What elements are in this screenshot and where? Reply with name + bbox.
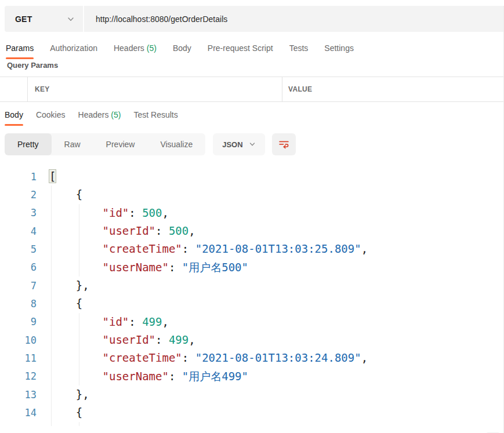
code-line: 8 { bbox=[0, 294, 503, 312]
code-line: 5 "createTime": "2021-08-01T13:03:25.809… bbox=[0, 240, 503, 258]
key-column-header-cell[interactable]: KEY bbox=[28, 77, 282, 101]
method-dropdown[interactable]: GET bbox=[5, 6, 83, 32]
code-line: 15 "id": 498, bbox=[0, 422, 503, 426]
key-column-header: KEY bbox=[35, 85, 50, 93]
code-line: 4 "userId": 500, bbox=[0, 222, 503, 240]
response-toolbar: Pretty Raw Preview Visualize JSON bbox=[5, 133, 503, 155]
line-number: 14 bbox=[0, 407, 37, 419]
code-text: { bbox=[49, 403, 82, 421]
postman-request-panel: GET http://localhost:8080/getOrderDetail… bbox=[0, 6, 504, 433]
tab-settings[interactable]: Settings bbox=[324, 43, 354, 59]
response-tab-test-results[interactable]: Test Results bbox=[133, 110, 177, 126]
tab-params-label: Params bbox=[6, 43, 34, 53]
tab-authorization-label: Authorization bbox=[50, 43, 97, 53]
code-line: 7 }, bbox=[0, 276, 503, 294]
code-text: "userName": "用户名500" bbox=[49, 259, 248, 276]
code-line: 9 "id": 499, bbox=[0, 313, 503, 331]
tab-tests-label: Tests bbox=[289, 43, 309, 53]
code-line: 11 "createTime": "2021-08-01T13:03:24.80… bbox=[0, 349, 503, 367]
line-number: 9 bbox=[0, 316, 37, 328]
tab-settings-label: Settings bbox=[324, 43, 354, 53]
code-line: 6 "userName": "用户名500" bbox=[0, 259, 503, 276]
view-raw-button[interactable]: Raw bbox=[52, 133, 93, 155]
view-visualize-button[interactable]: Visualize bbox=[147, 133, 205, 155]
response-tab-headers-label: Headers bbox=[78, 110, 111, 119]
query-params-title: Query Params bbox=[7, 61, 503, 70]
wrap-lines-button[interactable] bbox=[272, 133, 296, 155]
tab-headers-label: Headers bbox=[114, 43, 147, 53]
code-line: 14 { bbox=[0, 403, 503, 421]
select-all-cell[interactable] bbox=[0, 77, 28, 101]
value-column-header: VALUE bbox=[288, 85, 312, 93]
code-line: 13 }, bbox=[0, 385, 503, 403]
code-text: "userId": 499, bbox=[49, 331, 195, 349]
response-body-editor[interactable]: 1[2 {3 "id": 500,4 "userId": 500,5 "crea… bbox=[0, 163, 503, 426]
response-tab-headers[interactable]: Headers (5) bbox=[78, 110, 121, 126]
code-text: "createTime": "2021-08-01T13:03:24.809", bbox=[49, 349, 368, 367]
line-number: 10 bbox=[0, 334, 37, 346]
response-tab-cookies-label: Cookies bbox=[36, 110, 66, 119]
line-number: 11 bbox=[0, 352, 37, 364]
code-text: { bbox=[49, 185, 82, 203]
request-url-bar: GET http://localhost:8080/getOrderDetail… bbox=[5, 6, 503, 32]
tab-headers[interactable]: Headers (5) bbox=[114, 43, 157, 59]
code-text: "id": 500, bbox=[49, 204, 169, 222]
view-preview-button[interactable]: Preview bbox=[93, 133, 148, 155]
url-input[interactable]: http://localhost:8080/getOrderDetails bbox=[84, 6, 503, 32]
value-column-header-cell[interactable]: VALUE bbox=[282, 77, 503, 101]
tab-body[interactable]: Body bbox=[173, 43, 191, 59]
line-number: 1 bbox=[0, 171, 37, 183]
tab-params[interactable]: Params bbox=[6, 43, 34, 59]
code-line: 1[ bbox=[0, 168, 503, 185]
query-params-table: KEY VALUE bbox=[0, 77, 503, 102]
code-text: { bbox=[49, 294, 82, 312]
code-text: "userName": "用户名499" bbox=[49, 367, 248, 385]
tab-pre-request-script[interactable]: Pre-request Script bbox=[208, 43, 273, 59]
tab-tests[interactable]: Tests bbox=[289, 43, 309, 59]
response-tab-body-label: Body bbox=[5, 110, 23, 119]
response-tab-cookies[interactable]: Cookies bbox=[36, 110, 66, 126]
line-number: 2 bbox=[0, 189, 37, 201]
code-text: [ bbox=[49, 168, 56, 185]
wrap-lines-icon bbox=[278, 139, 290, 151]
view-switcher: Pretty Raw Preview Visualize bbox=[5, 133, 205, 155]
response-tabs: Body Cookies Headers (5) Test Results bbox=[5, 110, 503, 126]
code-text: "id": 499, bbox=[49, 313, 169, 331]
code-text: "id": 498, bbox=[49, 422, 169, 426]
view-pretty-button[interactable]: Pretty bbox=[5, 133, 52, 155]
line-number: 4 bbox=[0, 225, 37, 237]
response-tab-headers-count: (5) bbox=[111, 110, 121, 119]
line-number: 7 bbox=[0, 280, 37, 292]
format-label: JSON bbox=[222, 140, 242, 149]
chevron-down-icon bbox=[249, 141, 256, 148]
line-number: 12 bbox=[0, 370, 37, 382]
response-tab-body[interactable]: Body bbox=[5, 110, 23, 126]
tab-authorization[interactable]: Authorization bbox=[50, 43, 97, 59]
line-number: 3 bbox=[0, 207, 37, 219]
request-tabs: Params Authorization Headers (5) Body Pr… bbox=[6, 43, 503, 59]
code-text: }, bbox=[49, 385, 89, 403]
line-number: 6 bbox=[0, 261, 37, 273]
code-line: 2 { bbox=[0, 185, 503, 203]
code-line: 10 "userId": 499, bbox=[0, 331, 503, 349]
format-dropdown[interactable]: JSON bbox=[213, 133, 264, 155]
tab-pre-request-script-label: Pre-request Script bbox=[208, 43, 273, 53]
chevron-down-icon bbox=[67, 15, 75, 23]
code-line: 12 "userName": "用户名499" bbox=[0, 367, 503, 385]
line-number: 15 bbox=[0, 425, 37, 426]
code-text: "userId": 500, bbox=[49, 222, 195, 240]
code-text: "createTime": "2021-08-01T13:03:25.809", bbox=[49, 240, 368, 258]
code-line: 3 "id": 500, bbox=[0, 204, 503, 222]
code-text: }, bbox=[49, 276, 89, 294]
line-number: 8 bbox=[0, 298, 37, 310]
tab-headers-count: (5) bbox=[147, 43, 157, 53]
tab-body-label: Body bbox=[173, 43, 191, 53]
line-number: 13 bbox=[0, 389, 37, 401]
line-number: 5 bbox=[0, 243, 37, 255]
table-header-row: KEY VALUE bbox=[0, 77, 503, 101]
method-label: GET bbox=[15, 14, 32, 24]
response-tab-test-results-label: Test Results bbox=[133, 110, 177, 119]
code-lines: 1[2 {3 "id": 500,4 "userId": 500,5 "crea… bbox=[0, 168, 503, 426]
